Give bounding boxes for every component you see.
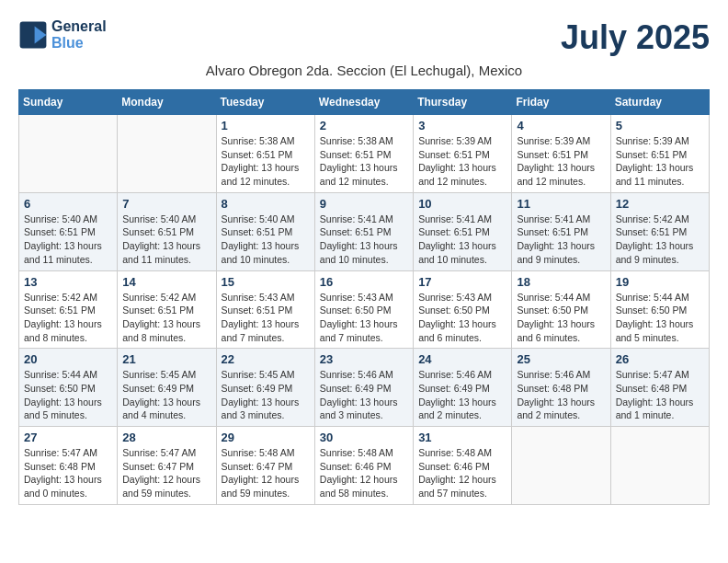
column-header-saturday: Saturday [610, 90, 709, 115]
calendar-cell: 4Sunrise: 5:39 AMSunset: 6:51 PMDaylight… [512, 115, 610, 193]
calendar-cell: 16Sunrise: 5:43 AMSunset: 6:50 PMDayligh… [314, 270, 413, 349]
day-info: Sunrise: 5:43 AMSunset: 6:50 PMDaylight:… [418, 291, 506, 345]
calendar-header-row: SundayMondayTuesdayWednesdayThursdayFrid… [19, 90, 710, 115]
day-number: 30 [320, 431, 408, 444]
day-number: 8 [222, 197, 310, 211]
day-info: Sunrise: 5:46 AMSunset: 6:49 PMDaylight:… [418, 368, 506, 422]
day-number: 4 [517, 119, 605, 132]
calendar-week-4: 20Sunrise: 5:44 AMSunset: 6:50 PMDayligh… [19, 349, 710, 427]
day-info: Sunrise: 5:41 AMSunset: 6:51 PMDaylight:… [418, 213, 506, 267]
calendar-cell: 7Sunrise: 5:40 AMSunset: 6:51 PMDaylight… [118, 192, 216, 270]
calendar-cell: 3Sunrise: 5:39 AMSunset: 6:51 PMDaylight… [414, 115, 512, 193]
calendar-cell: 22Sunrise: 5:45 AMSunset: 6:49 PMDayligh… [216, 349, 314, 427]
calendar-cell: 15Sunrise: 5:43 AMSunset: 6:51 PMDayligh… [216, 270, 314, 349]
calendar-cell: 28Sunrise: 5:47 AMSunset: 6:47 PMDayligh… [118, 427, 216, 505]
day-number: 17 [418, 275, 506, 289]
day-number: 26 [616, 352, 704, 366]
calendar-cell: 19Sunrise: 5:44 AMSunset: 6:50 PMDayligh… [610, 270, 709, 349]
day-info: Sunrise: 5:48 AMSunset: 6:46 PMDaylight:… [418, 446, 506, 500]
day-number: 23 [320, 352, 408, 366]
calendar-body: 1Sunrise: 5:38 AMSunset: 6:51 PMDaylight… [19, 115, 710, 505]
day-number: 25 [517, 352, 605, 366]
day-info: Sunrise: 5:44 AMSunset: 6:50 PMDaylight:… [517, 291, 605, 345]
calendar-cell: 14Sunrise: 5:42 AMSunset: 6:51 PMDayligh… [118, 270, 216, 349]
day-info: Sunrise: 5:46 AMSunset: 6:49 PMDaylight:… [320, 368, 408, 422]
day-number: 5 [616, 119, 704, 132]
logo-text-general: General [51, 18, 107, 35]
day-number: 9 [320, 197, 408, 211]
day-number: 6 [24, 197, 112, 211]
day-number: 21 [122, 352, 210, 366]
calendar-cell: 26Sunrise: 5:47 AMSunset: 6:48 PMDayligh… [610, 349, 709, 427]
calendar-cell: 20Sunrise: 5:44 AMSunset: 6:50 PMDayligh… [19, 349, 118, 427]
month-year-title: July 2025 [561, 18, 710, 57]
calendar-cell [610, 427, 709, 505]
day-number: 2 [320, 119, 408, 132]
day-info: Sunrise: 5:43 AMSunset: 6:51 PMDaylight:… [222, 291, 310, 345]
day-number: 31 [418, 431, 506, 444]
calendar-cell [512, 427, 610, 505]
day-info: Sunrise: 5:40 AMSunset: 6:51 PMDaylight:… [222, 213, 310, 267]
day-info: Sunrise: 5:46 AMSunset: 6:48 PMDaylight:… [517, 368, 605, 422]
calendar-week-2: 6Sunrise: 5:40 AMSunset: 6:51 PMDaylight… [19, 192, 710, 270]
calendar-week-5: 27Sunrise: 5:47 AMSunset: 6:48 PMDayligh… [19, 427, 710, 505]
day-info: Sunrise: 5:42 AMSunset: 6:51 PMDaylight:… [616, 213, 704, 267]
day-number: 3 [418, 119, 506, 132]
day-number: 24 [418, 352, 506, 366]
day-info: Sunrise: 5:45 AMSunset: 6:49 PMDaylight:… [122, 368, 210, 422]
calendar-cell: 11Sunrise: 5:41 AMSunset: 6:51 PMDayligh… [512, 192, 610, 270]
day-number: 22 [222, 352, 310, 366]
day-number: 20 [24, 352, 112, 366]
day-info: Sunrise: 5:42 AMSunset: 6:51 PMDaylight:… [122, 291, 210, 345]
logo-icon [18, 20, 48, 50]
day-info: Sunrise: 5:47 AMSunset: 6:48 PMDaylight:… [616, 368, 704, 422]
day-number: 11 [517, 197, 605, 211]
calendar-cell: 5Sunrise: 5:39 AMSunset: 6:51 PMDaylight… [610, 115, 709, 193]
day-number: 10 [418, 197, 506, 211]
day-info: Sunrise: 5:44 AMSunset: 6:50 PMDaylight:… [616, 291, 704, 345]
day-info: Sunrise: 5:38 AMSunset: 6:51 PMDaylight:… [320, 134, 408, 189]
calendar-cell: 30Sunrise: 5:48 AMSunset: 6:46 PMDayligh… [314, 427, 413, 505]
day-info: Sunrise: 5:48 AMSunset: 6:46 PMDaylight:… [320, 446, 408, 500]
day-info: Sunrise: 5:38 AMSunset: 6:51 PMDaylight:… [222, 134, 310, 189]
day-info: Sunrise: 5:47 AMSunset: 6:48 PMDaylight:… [24, 446, 112, 500]
day-number: 15 [222, 275, 310, 289]
logo-text-blue: Blue [51, 35, 107, 52]
calendar-cell: 9Sunrise: 5:41 AMSunset: 6:51 PMDaylight… [314, 192, 413, 270]
column-header-tuesday: Tuesday [216, 90, 314, 115]
calendar-cell: 17Sunrise: 5:43 AMSunset: 6:50 PMDayligh… [414, 270, 512, 349]
day-info: Sunrise: 5:47 AMSunset: 6:47 PMDaylight:… [122, 446, 210, 500]
calendar-cell: 8Sunrise: 5:40 AMSunset: 6:51 PMDaylight… [216, 192, 314, 270]
day-info: Sunrise: 5:40 AMSunset: 6:51 PMDaylight:… [24, 213, 112, 267]
day-info: Sunrise: 5:42 AMSunset: 6:51 PMDaylight:… [24, 291, 112, 345]
location-subtitle: Alvaro Obregon 2da. Seccion (El Lechugal… [18, 63, 710, 78]
day-info: Sunrise: 5:39 AMSunset: 6:51 PMDaylight:… [418, 134, 506, 189]
day-info: Sunrise: 5:43 AMSunset: 6:50 PMDaylight:… [320, 291, 408, 345]
column-header-monday: Monday [118, 90, 216, 115]
day-number: 13 [24, 275, 112, 289]
column-header-friday: Friday [512, 90, 610, 115]
day-number: 12 [616, 197, 704, 211]
day-number: 7 [122, 197, 210, 211]
column-header-sunday: Sunday [19, 90, 118, 115]
day-number: 29 [222, 431, 310, 444]
calendar-cell: 23Sunrise: 5:46 AMSunset: 6:49 PMDayligh… [314, 349, 413, 427]
day-number: 16 [320, 275, 408, 289]
calendar-cell: 27Sunrise: 5:47 AMSunset: 6:48 PMDayligh… [19, 427, 118, 505]
logo: General Blue [18, 18, 107, 52]
day-info: Sunrise: 5:39 AMSunset: 6:51 PMDaylight:… [616, 134, 704, 189]
day-number: 1 [222, 119, 310, 132]
day-number: 19 [616, 275, 704, 289]
day-number: 28 [122, 431, 210, 444]
day-info: Sunrise: 5:41 AMSunset: 6:51 PMDaylight:… [517, 213, 605, 267]
day-info: Sunrise: 5:41 AMSunset: 6:51 PMDaylight:… [320, 213, 408, 267]
calendar-cell: 12Sunrise: 5:42 AMSunset: 6:51 PMDayligh… [610, 192, 709, 270]
day-number: 27 [24, 431, 112, 444]
calendar-cell: 29Sunrise: 5:48 AMSunset: 6:47 PMDayligh… [216, 427, 314, 505]
calendar-cell: 2Sunrise: 5:38 AMSunset: 6:51 PMDaylight… [314, 115, 413, 193]
calendar-table: SundayMondayTuesdayWednesdayThursdayFrid… [18, 89, 710, 505]
day-number: 14 [122, 275, 210, 289]
column-header-wednesday: Wednesday [314, 90, 413, 115]
day-info: Sunrise: 5:48 AMSunset: 6:47 PMDaylight:… [222, 446, 310, 500]
day-info: Sunrise: 5:44 AMSunset: 6:50 PMDaylight:… [24, 368, 112, 422]
